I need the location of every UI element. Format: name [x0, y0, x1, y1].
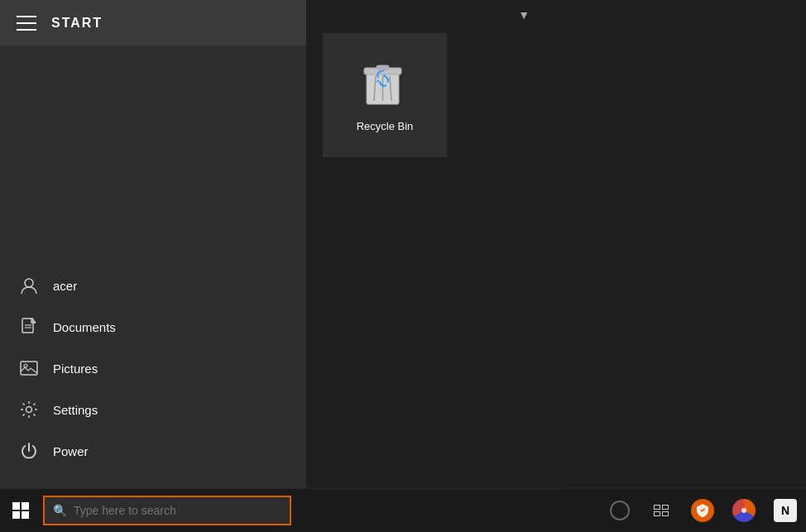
- user-label: acer: [53, 279, 77, 293]
- recycle-bin-label: Recycle Bin: [357, 120, 414, 132]
- left-panel: START acer: [0, 0, 306, 488]
- settings-label: Settings: [53, 403, 98, 417]
- sidebar-item-documents[interactable]: Documents: [0, 306, 306, 347]
- brave-button[interactable]: [682, 489, 723, 533]
- documents-label: Documents: [53, 320, 116, 334]
- svg-rect-9: [377, 65, 389, 69]
- start-title: START: [51, 16, 103, 31]
- user-icon: [20, 276, 38, 295]
- svg-rect-4: [21, 362, 37, 375]
- right-panel: ▼: [306, 0, 563, 488]
- taskview-button[interactable]: [640, 489, 682, 533]
- hamburger-icon[interactable]: [17, 16, 36, 31]
- search-icon: 🔍: [53, 504, 67, 517]
- svg-point-5: [24, 364, 27, 367]
- sidebar-item-user[interactable]: acer: [0, 265, 306, 306]
- sidebar-item-pictures[interactable]: Pictures: [0, 347, 306, 389]
- settings-icon: [20, 400, 38, 419]
- svg-point-13: [741, 508, 746, 513]
- search-input[interactable]: [74, 504, 281, 517]
- cortana-icon: [610, 501, 630, 520]
- search-bar[interactable]: 🔍: [43, 496, 291, 525]
- windows-start-button[interactable]: [0, 489, 41, 533]
- multi-icon: [732, 499, 756, 522]
- svg-point-6: [26, 407, 32, 413]
- taskbar-right-icons: N: [599, 489, 806, 533]
- sidebar-item-settings[interactable]: Settings: [0, 389, 306, 430]
- menu-items: acer Documents: [0, 46, 306, 488]
- collapse-button[interactable]: ▼: [518, 8, 530, 22]
- power-label: Power: [53, 444, 89, 458]
- windows-logo: [12, 502, 29, 519]
- recycle-bin-icon: [360, 58, 410, 112]
- document-icon: [20, 318, 38, 336]
- power-icon: [20, 442, 38, 460]
- notion-button[interactable]: N: [765, 489, 806, 533]
- pictures-label: Pictures: [53, 362, 98, 376]
- multi-app-button[interactable]: [723, 489, 765, 533]
- sidebar-item-power[interactable]: Power: [0, 430, 306, 472]
- start-menu: START acer: [0, 0, 563, 488]
- start-header: START: [0, 0, 306, 46]
- desktop: START acer: [0, 0, 806, 532]
- notion-icon: N: [774, 499, 797, 522]
- recycle-bin-tile[interactable]: Recycle Bin: [323, 33, 447, 157]
- taskbar: 🔍: [0, 488, 806, 532]
- brave-icon: [691, 499, 714, 522]
- svg-point-0: [25, 279, 33, 287]
- cortana-button[interactable]: [599, 489, 640, 533]
- pictures-icon: [20, 359, 38, 377]
- taskview-icon: [654, 505, 669, 516]
